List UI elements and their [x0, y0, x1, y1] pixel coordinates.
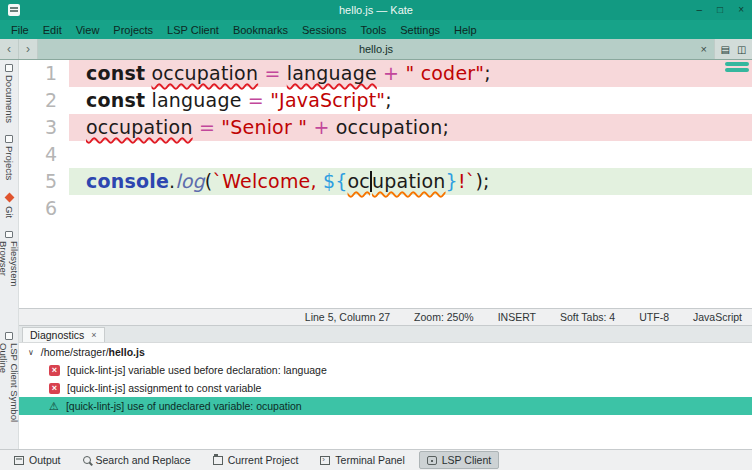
statusbar-item-soft-tabs[interactable]: Soft Tabs: 4 — [560, 311, 615, 323]
code-token: const — [86, 89, 145, 111]
code-token: } — [446, 170, 458, 192]
diagnostics-tab[interactable]: Diagnostics × — [22, 327, 105, 342]
code-line[interactable]: 1const occupation = language + " coder"; — [19, 60, 752, 87]
code-text[interactable]: const occupation = language + " coder"; — [69, 60, 752, 87]
projects-icon — [5, 135, 13, 143]
menu-item-edit[interactable]: Edit — [36, 22, 69, 38]
tool-button-terminal-panel[interactable]: Terminal Panel — [312, 451, 412, 469]
menubar: FileEditViewProjectsLSP ClientBookmarksS… — [0, 20, 752, 39]
content: DocumentsProjectsGitFilesystem BrowserLS… — [0, 60, 752, 449]
tool-button-output[interactable]: Output — [6, 451, 69, 469]
window-title: hello.js — Kate — [0, 4, 752, 16]
lsp-icon — [427, 456, 437, 465]
tool-button-lsp-client[interactable]: LSP Client — [419, 451, 499, 469]
statusbar-item-javascript[interactable]: JavaScript — [693, 311, 742, 323]
statusbar-item-utf-8[interactable]: UTF-8 — [639, 311, 669, 323]
code-token: = — [264, 62, 280, 84]
menu-item-help[interactable]: Help — [447, 22, 484, 38]
tab-forward-button[interactable]: › — [19, 39, 38, 59]
menu-item-lsp-client[interactable]: LSP Client — [160, 22, 226, 38]
diagnostics-tab-close-icon[interactable]: × — [91, 330, 96, 340]
minimap-scrollbar[interactable] — [725, 62, 749, 74]
tool-button-label: Output — [29, 454, 61, 466]
code-token: = — [199, 116, 215, 138]
code-token: ; — [483, 170, 490, 192]
tab-back-button[interactable]: ‹ — [0, 39, 19, 59]
code-token: language — [287, 62, 377, 84]
code-token: console — [86, 170, 169, 192]
code-line[interactable]: 3occupation = "Senior " + occupation; — [19, 114, 752, 141]
maximize-icon[interactable]: □ — [717, 0, 723, 20]
symbol-outline-icon — [5, 332, 13, 340]
code-line[interactable]: 2const language = "JavaScript"; — [19, 87, 752, 114]
minimap-mark — [725, 68, 749, 72]
code-text[interactable] — [69, 141, 752, 168]
diagnostic-text: [quick-lint-js] variable used before dec… — [67, 364, 327, 376]
window-controls: –□× — [697, 0, 744, 20]
close-icon[interactable]: × — [738, 0, 744, 20]
code-text[interactable]: const language = "JavaScript"; — [69, 87, 752, 114]
left-sidebar: DocumentsProjectsGitFilesystem BrowserLS… — [0, 60, 19, 449]
panel-tabbar: Diagnostics × — [19, 325, 752, 342]
code-token: " coder" — [405, 62, 484, 84]
statusbar-item-line-5-column-27[interactable]: Line 5, Column 27 — [305, 311, 390, 323]
expander-icon[interactable]: ∨ — [28, 348, 34, 357]
tool-button-label: Terminal Panel — [335, 454, 404, 466]
statusbar-item-zoom[interactable]: Zoom: 250% — [414, 311, 474, 323]
tab-label: hello.js — [38, 43, 714, 55]
tool-button-current-project[interactable]: Current Project — [205, 451, 307, 469]
editor[interactable]: 1const occupation = language + " coder";… — [19, 60, 752, 308]
tool-button-label: Current Project — [228, 454, 299, 466]
code-token: ${ — [323, 170, 348, 192]
sidebar-item-documents[interactable]: Documents — [4, 63, 15, 123]
project-icon — [213, 456, 223, 465]
tabbar: ‹ › hello.js × ▤◫ — [0, 39, 752, 60]
menu-item-file[interactable]: File — [4, 22, 36, 38]
sidebar-item-lsp-client-symbol-outline[interactable]: LSP Client Symbol Outline — [0, 331, 20, 449]
minimize-icon[interactable]: – — [697, 0, 703, 20]
new-document-icon[interactable]: ▤ — [721, 44, 730, 55]
code-token: language — [151, 89, 241, 111]
line-number: 3 — [19, 114, 69, 141]
code-text[interactable]: console.log(`Welcome, ${ocupation}!`); — [69, 168, 752, 195]
menu-item-view[interactable]: View — [69, 22, 107, 38]
code-token: ) — [475, 170, 483, 192]
titlebar[interactable]: hello.js — Kate –□× — [0, 0, 752, 20]
code-lines: 1const occupation = language + " coder";… — [19, 60, 752, 222]
bottombar-buttons: OutputSearch and ReplaceCurrent ProjectT… — [6, 451, 499, 469]
sidebar-item-label: Git — [4, 206, 15, 218]
code-text[interactable] — [69, 195, 752, 222]
tab-hello-js[interactable]: hello.js × — [38, 39, 714, 59]
menu-item-tools[interactable]: Tools — [354, 22, 394, 38]
split-view-icon[interactable]: ◫ — [737, 44, 746, 55]
bottom-toolbar: OutputSearch and ReplaceCurrent ProjectT… — [0, 449, 752, 470]
statusbar-item-insert[interactable]: INSERT — [498, 311, 536, 323]
kate-window: hello.js — Kate –□× FileEditViewProjects… — [0, 0, 752, 470]
diagnostic-text: [quick-lint-js] use of undeclared variab… — [66, 400, 302, 412]
sidebar-item-label: LSP Client Symbol Outline — [0, 343, 20, 449]
code-line[interactable]: 5console.log(`Welcome, ${ocupation}!`); — [19, 168, 752, 195]
code-text[interactable]: occupation = "Senior " + occupation; — [69, 114, 752, 141]
diagnostic-row[interactable]: ×[quick-lint-js] variable used before de… — [19, 361, 752, 379]
diagnostics-file-row[interactable]: ∨ /home/strager/hello.js — [19, 343, 752, 361]
menu-item-settings[interactable]: Settings — [393, 22, 447, 38]
diagnostic-row[interactable]: ⚠[quick-lint-js] use of undeclared varia… — [19, 397, 752, 415]
sidebar-item-label: Filesystem Browser — [0, 241, 20, 320]
tab-close-icon[interactable]: × — [701, 39, 707, 59]
sidebar-item-git[interactable]: Git — [4, 191, 15, 218]
sidebar-item-filesystem-browser[interactable]: Filesystem Browser — [0, 230, 20, 320]
code-token: const — [86, 62, 145, 84]
menu-item-bookmarks[interactable]: Bookmarks — [226, 22, 295, 38]
editor-stack: 1const occupation = language + " coder";… — [19, 60, 752, 449]
tool-button-search-and-replace[interactable]: Search and Replace — [75, 451, 199, 469]
error-icon: × — [49, 365, 60, 376]
code-line[interactable]: 4 — [19, 141, 752, 168]
file-path-prefix: /home/strager/ — [41, 346, 109, 358]
code-line[interactable]: 6 — [19, 195, 752, 222]
menu-item-sessions[interactable]: Sessions — [295, 22, 354, 38]
menu-item-projects[interactable]: Projects — [106, 22, 160, 38]
sidebar-item-projects[interactable]: Projects — [4, 134, 15, 180]
code-token: `Welcome, — [212, 170, 323, 192]
diagnostics-panel: ∨ /home/strager/hello.js ×[quick-lint-js… — [19, 342, 752, 449]
diagnostic-row[interactable]: ×[quick-lint-js] assignment to const var… — [19, 379, 752, 397]
